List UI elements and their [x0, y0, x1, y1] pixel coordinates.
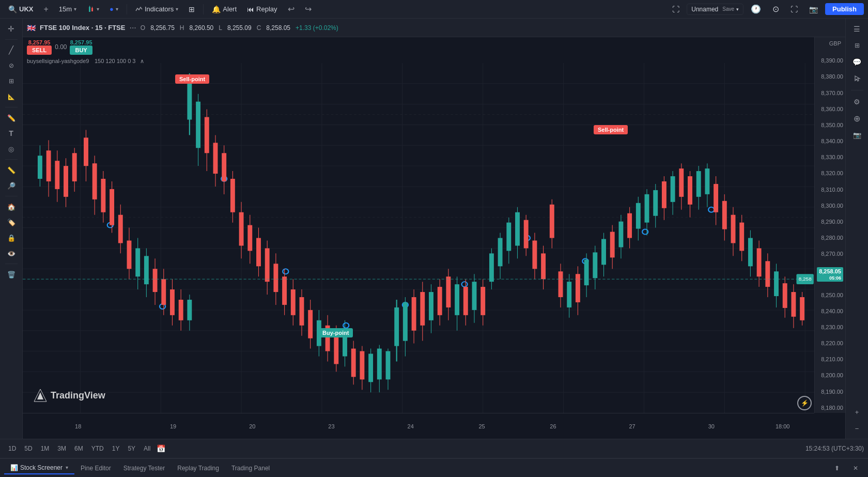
- sell-block: 8,257.95 SELL: [27, 39, 52, 55]
- svg-rect-53: [118, 215, 123, 243]
- period-1y[interactable]: 1Y: [108, 443, 124, 454]
- redo-btn[interactable]: ↪: [301, 2, 316, 16]
- chart-area[interactable]: 🇬🇧 FTSE 100 Index · 15 · FTSE ··· O 8,25…: [23, 19, 845, 439]
- bar-compare-icon: ▾: [97, 6, 99, 12]
- zoom-tool[interactable]: 🔎: [3, 178, 20, 193]
- trend-line-tool[interactable]: ╱: [3, 43, 20, 57]
- svg-rect-203: [714, 184, 718, 212]
- svg-rect-136: [446, 276, 451, 307]
- list-view-btn[interactable]: ☰: [849, 22, 865, 36]
- draw-tool[interactable]: ⊘: [3, 58, 20, 73]
- svg-rect-177: [610, 232, 615, 258]
- text-tool[interactable]: T: [3, 126, 20, 141]
- forecast-tool[interactable]: 🏠: [3, 199, 20, 214]
- unnamed-btn[interactable]: Unnamed Save ▾: [687, 4, 743, 15]
- eye-tool[interactable]: 👁️: [3, 246, 20, 260]
- tab-replay-trading[interactable]: Replay Trading: [171, 463, 225, 474]
- svg-rect-94: [273, 264, 278, 292]
- settings-rt-btn[interactable]: ⚙: [849, 95, 865, 109]
- mouse-btn[interactable]: [849, 71, 865, 86]
- price-type-btn[interactable]: ● ▾: [105, 3, 122, 15]
- search-icon: 🔍: [8, 5, 17, 13]
- period-5d[interactable]: 5D: [20, 443, 36, 454]
- crosshair-tool[interactable]: ✛: [3, 22, 20, 36]
- svg-rect-128: [412, 297, 416, 331]
- replay-btn[interactable]: ⏮ Replay: [243, 3, 281, 16]
- calendar-range-btn[interactable]: 📅: [154, 442, 167, 455]
- timeframe-btn[interactable]: 15m ▾: [55, 3, 81, 15]
- circle-tool[interactable]: ◎: [3, 142, 20, 156]
- period-ytd[interactable]: YTD: [87, 443, 108, 454]
- candlestick-chart[interactable]: 8,258: [23, 63, 814, 413]
- close-val: 8,258.05: [266, 24, 290, 32]
- open-val: 8,256.75: [150, 24, 175, 32]
- svg-rect-171: [584, 259, 589, 285]
- sell-button[interactable]: SELL: [27, 45, 52, 55]
- chart-nav-btn[interactable]: ⚡: [797, 396, 812, 410]
- tab-trading-panel[interactable]: Trading Panel: [225, 463, 276, 474]
- time-axis: 18 19 20 23 24 25 26 27 30 18:00: [23, 413, 814, 439]
- svg-rect-126: [403, 302, 408, 341]
- collapse-arrow[interactable]: ∧: [140, 58, 144, 64]
- period-1d[interactable]: 1D: [4, 443, 20, 454]
- bar-style-btn[interactable]: ▾: [83, 3, 103, 16]
- camera-rt-btn[interactable]: 📷: [849, 128, 865, 142]
- svg-rect-57: [135, 248, 140, 276]
- candlestick-icon: [87, 5, 95, 13]
- indicators-btn[interactable]: Indicators ▾: [131, 3, 182, 15]
- ruler-tool[interactable]: 📏: [3, 163, 20, 177]
- fibonacci-tool[interactable]: 📐: [3, 89, 20, 104]
- settings-btn[interactable]: ⊙: [768, 2, 783, 16]
- snapshot-btn[interactable]: 📷: [805, 3, 822, 16]
- add-symbol-btn[interactable]: +: [39, 3, 52, 16]
- timezone-btn[interactable]: 🕐: [747, 2, 765, 16]
- svg-rect-72: [187, 79, 192, 120]
- lock-tool[interactable]: 🔒: [3, 230, 20, 245]
- undo-btn[interactable]: ↩: [284, 2, 299, 16]
- svg-rect-79: [213, 143, 218, 174]
- svg-rect-85: [239, 212, 244, 246]
- scale-down-btn[interactable]: −: [849, 421, 865, 436]
- tab-strategy-tester[interactable]: Strategy Tester: [117, 463, 171, 474]
- period-3m[interactable]: 3M: [53, 443, 70, 454]
- price-tick: 8,350.00: [817, 122, 843, 128]
- svg-rect-74: [196, 102, 200, 148]
- tv-logo-text: TradingView: [51, 390, 105, 401]
- alert-label: Alert: [223, 5, 237, 13]
- footer-close-btn[interactable]: ✕: [847, 461, 864, 475]
- price-tick: 8,320.00: [817, 171, 843, 176]
- tab-stock-screener[interactable]: 📊 Stock Screener ▾: [4, 462, 74, 474]
- period-tabs: 1D 5D 1M 3M 6M YTD 1Y 5Y All 📅 15:24:53 …: [0, 439, 868, 458]
- alert-btn[interactable]: 🔔 Alert: [208, 3, 241, 16]
- fullscreen-btn[interactable]: ⛶: [668, 3, 684, 16]
- period-5y[interactable]: 5Y: [123, 443, 140, 454]
- tv-logo-icon: [33, 388, 48, 403]
- scale-up-btn[interactable]: +: [849, 405, 865, 419]
- price-tick: 8,300.00: [817, 203, 843, 209]
- period-all[interactable]: All: [140, 443, 154, 454]
- trash-tool[interactable]: 🗑️: [3, 267, 20, 282]
- expand-btn[interactable]: ⛶: [786, 3, 802, 16]
- svg-rect-46: [92, 163, 97, 199]
- svg-rect-102: [308, 310, 313, 338]
- trading-panel-label: Trading Panel: [231, 465, 270, 472]
- more-dots[interactable]: ···: [129, 23, 136, 33]
- plus-rt-btn[interactable]: ⊕: [849, 111, 865, 126]
- indicators-chevron: ▾: [176, 6, 178, 12]
- pattern-tool[interactable]: ⊞: [3, 74, 20, 88]
- templates-btn[interactable]: ⊞: [184, 3, 199, 16]
- chat-btn[interactable]: 💬: [849, 55, 865, 69]
- footer-expand-btn[interactable]: ⬆: [829, 461, 845, 475]
- buy-button[interactable]: BUY: [70, 45, 92, 55]
- svg-rect-40: [64, 166, 68, 197]
- symbol-flag: 🇬🇧: [27, 24, 36, 32]
- brush-tool[interactable]: ✏️: [3, 111, 20, 125]
- tab-pine-editor[interactable]: Pine Editor: [74, 463, 117, 474]
- search-btn[interactable]: 🔍 UKX: [4, 3, 37, 16]
- stock-screener-chevron[interactable]: ▾: [66, 465, 68, 470]
- ideas-tool[interactable]: 🏷️: [3, 215, 20, 229]
- grid-view-btn[interactable]: ⊞: [849, 38, 865, 53]
- period-6m[interactable]: 6M: [70, 443, 87, 454]
- period-1m[interactable]: 1M: [37, 443, 54, 454]
- publish-button[interactable]: Publish: [825, 3, 864, 15]
